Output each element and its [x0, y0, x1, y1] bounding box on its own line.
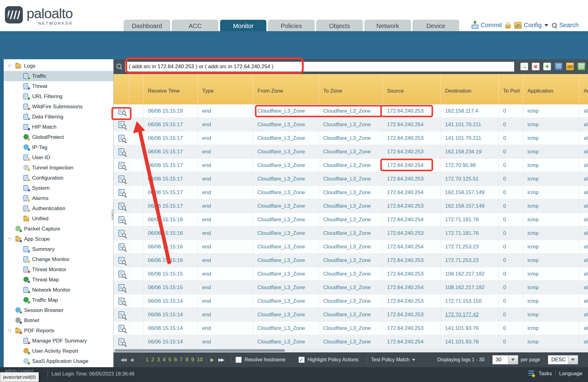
next-page-button[interactable]: ▶: [211, 357, 214, 363]
cell-destination[interactable]: 172.70.177.42: [441, 308, 499, 321]
log-detail-icon[interactable]: [119, 230, 124, 237]
log-detail-icon[interactable]: [119, 203, 124, 210]
col-type[interactable]: Type: [198, 74, 253, 104]
prev-page-button[interactable]: ◀: [130, 357, 134, 363]
sort-order-select[interactable]: DESC: [548, 355, 568, 364]
cell-to-zone[interactable]: Cloudflare_L3_Zone: [319, 131, 383, 145]
cell-source[interactable]: 172.64.240.253: [383, 294, 441, 308]
sidebar-item-network-monitor[interactable]: Network Monitor: [4, 285, 113, 295]
page-number-9[interactable]: 9: [191, 357, 194, 363]
test-policy-match-button[interactable]: Test Policy Match: [371, 357, 415, 363]
log-detail-icon[interactable]: [119, 338, 124, 345]
cell-source[interactable]: 172.64.240.254: [383, 118, 441, 131]
tab-dashboard[interactable]: Dashboard: [124, 20, 170, 31]
tasks-button[interactable]: Tasks: [539, 371, 552, 377]
cell-source[interactable]: 172.64.240.253: [383, 322, 441, 335]
cell-to-zone[interactable]: Cloudflare_L3_Zone: [319, 104, 383, 118]
sidebar-item-session-browser[interactable]: Session Browser: [4, 305, 113, 315]
sidebar-item-pdf-reports[interactable]: ▽PDF Reports: [4, 326, 113, 336]
cell-to-zone[interactable]: Cloudflare_L3_Zone: [319, 186, 383, 199]
expander-icon[interactable]: ▽: [8, 328, 15, 333]
cell-source[interactable]: 172.64.240.253: [383, 145, 441, 158]
table-row[interactable]: 06/06 15:15:14endCloudflare_L3_ZoneCloud…: [114, 294, 588, 308]
table-row[interactable]: 06/06 15:15:17endCloudflare_L3_ZoneCloud…: [114, 186, 588, 199]
cell-source[interactable]: 172.64.240.253: [383, 131, 441, 145]
cell-destination[interactable]: 108.162.217.182: [441, 267, 499, 280]
cell-source[interactable]: 172.64.240.254: [383, 213, 441, 226]
log-detail-icon[interactable]: [119, 108, 124, 114]
tab-device[interactable]: Device: [413, 20, 459, 31]
sort-order-dropdown-button[interactable]: [568, 355, 578, 364]
cell-source[interactable]: 172.64.240.253: [383, 199, 441, 213]
cell-to-zone[interactable]: Cloudflare_L3_Zone: [319, 254, 383, 267]
cell-destination[interactable]: 172.71.153.150: [441, 294, 499, 308]
cell-source[interactable]: 172.64.240.253: [383, 254, 441, 267]
cell-destination[interactable]: 108.162.217.182: [441, 281, 499, 294]
cell-from-zone[interactable]: Cloudflare_L3_Zone: [253, 159, 319, 172]
table-row[interactable]: 06/06 15:15:14endCloudflare_L3_ZoneCloud…: [114, 308, 588, 322]
log-detail-icon[interactable]: [119, 257, 124, 264]
col-to-port[interactable]: To Port: [499, 74, 523, 104]
cell-source[interactable]: 172.64.240.253: [383, 172, 441, 185]
cell-to-zone[interactable]: Cloudflare_L3_Zone: [319, 267, 383, 280]
cell-to-zone[interactable]: Cloudflare_L3_Zone: [319, 281, 383, 294]
resolve-hostname-checkbox[interactable]: [236, 357, 242, 363]
cell-from-zone[interactable]: Cloudflare_L3_Zone: [253, 118, 319, 131]
cell-source[interactable]: 172.64.240.254: [383, 281, 441, 294]
tab-monitor[interactable]: Monitor: [220, 20, 266, 31]
table-row[interactable]: 06/06 15:15:15endCloudflare_L3_ZoneCloud…: [114, 267, 588, 281]
cell-source[interactable]: 172.64.240.253: [383, 104, 441, 118]
col-from-zone[interactable]: From Zone: [253, 74, 319, 104]
sidebar-item-packet-capture[interactable]: Packet Capture: [4, 224, 113, 234]
table-row[interactable]: 06/06 15:15:17endCloudflare_L3_ZoneCloud…: [114, 145, 588, 159]
table-row[interactable]: 06/06 15:15:16endCloudflare_L3_ZoneCloud…: [114, 213, 588, 226]
sidebar-item-url-filtering[interactable]: URL Filtering: [4, 91, 113, 102]
language-button[interactable]: Language: [559, 371, 582, 377]
cell-destination[interactable]: 172.70.95.88: [441, 159, 499, 172]
lock-icon[interactable]: [505, 22, 511, 29]
sidebar-item-traffic[interactable]: Traffic: [4, 71, 113, 81]
page-number-4[interactable]: 4: [163, 357, 165, 363]
scrollbar-thumb[interactable]: [115, 349, 285, 352]
sidebar-item-authentication[interactable]: Authentication: [4, 203, 113, 214]
cell-from-zone[interactable]: Cloudflare_L3_Zone: [253, 308, 319, 321]
table-row[interactable]: 06/06 15:15:19endCloudflare_L3_ZoneCloud…: [114, 104, 588, 118]
cell-destination[interactable]: 172.71.253.23: [441, 254, 499, 267]
filter-query-input[interactable]: [125, 61, 515, 72]
cell-destination[interactable]: 162.158.157.149: [441, 186, 499, 199]
apply-filter-icon[interactable]: →: [520, 62, 528, 71]
page-number-10[interactable]: 10: [197, 357, 203, 363]
log-detail-icon[interactable]: [119, 243, 124, 250]
sidebar-item-threat-monitor[interactable]: Threat Monitor: [4, 264, 113, 275]
sidebar-item-alarms[interactable]: Alarms: [4, 193, 113, 203]
log-detail-icon[interactable]: [119, 271, 124, 277]
add-filter-icon[interactable]: +: [543, 62, 551, 71]
config-menu-button[interactable]: Config: [514, 22, 549, 29]
sidebar-item-app-scope[interactable]: ▽App Scope: [4, 234, 113, 244]
expander-icon[interactable]: ▽: [8, 64, 15, 68]
cell-source[interactable]: 172.64.240.254: [383, 186, 441, 199]
horizontal-scrollbar[interactable]: [114, 349, 588, 352]
cell-to-zone[interactable]: Cloudflare_L3_Zone: [319, 240, 383, 253]
search-button[interactable]: Search: [552, 22, 579, 29]
sidebar-item-logs[interactable]: ▽Logs: [4, 61, 113, 71]
cell-destination[interactable]: 162.158.157.149: [441, 199, 499, 213]
sidebar-item-user-activity-report[interactable]: User Activity Report: [4, 346, 113, 356]
cell-source[interactable]: 172.64.240.254: [383, 240, 441, 253]
table-row[interactable]: 06/06 15:15:16endCloudflare_L3_ZoneCloud…: [114, 226, 588, 240]
col-receive-time[interactable]: Receive Time: [144, 74, 198, 104]
cell-source[interactable]: 172.64.240.253: [383, 226, 441, 240]
sidebar-item-manage-pdf-summary[interactable]: Manage PDF Summary: [4, 336, 113, 346]
table-row[interactable]: 06/06 15:15:17endCloudflare_L3_ZoneCloud…: [114, 159, 588, 172]
cell-to-zone[interactable]: Cloudflare_L3_Zone: [319, 322, 383, 335]
log-detail-icon[interactable]: [119, 162, 124, 169]
cell-destination[interactable]: 141.101.70.211: [441, 131, 499, 145]
col-action[interactable]: Action: [579, 74, 588, 104]
expander-icon[interactable]: ▽: [8, 237, 15, 241]
sidebar-item-system[interactable]: System: [4, 183, 113, 193]
cell-from-zone[interactable]: Cloudflare_L3_Zone: [253, 240, 319, 253]
tab-policies[interactable]: Policies: [268, 20, 315, 31]
table-row[interactable]: 06/06 15:15:14endCloudflare_L3_ZoneCloud…: [114, 322, 588, 335]
cell-destination[interactable]: 141.101.93.76: [441, 322, 499, 335]
log-detail-icon[interactable]: [119, 311, 124, 318]
